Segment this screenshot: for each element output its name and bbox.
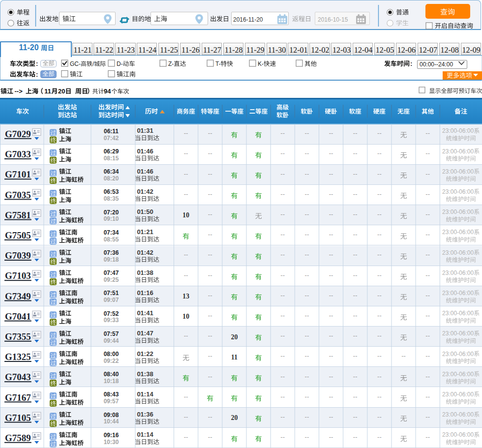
svg-text:--: -- <box>208 231 212 238</box>
svg-text:G7101: G7101 <box>5 169 31 179</box>
svg-text:11-28: 11-28 <box>225 46 243 54</box>
svg-text:Z-: Z- <box>168 60 174 67</box>
svg-text:--: -- <box>305 332 309 339</box>
svg-text:--: -- <box>329 251 333 258</box>
svg-text:01:42: 01:42 <box>137 249 153 256</box>
svg-text:07:34: 07:34 <box>104 229 119 236</box>
svg-text:--: -- <box>208 190 212 198</box>
svg-text:--: -- <box>305 352 309 359</box>
svg-text:--: -- <box>184 413 188 420</box>
svg-text:--: -- <box>425 231 430 238</box>
svg-text:12-03: 12-03 <box>332 46 351 54</box>
svg-text:--: -- <box>353 393 358 400</box>
svg-text:--: -- <box>305 231 309 238</box>
svg-text:--: -- <box>184 149 188 157</box>
svg-text:--: -- <box>329 129 333 137</box>
svg-text:--: -- <box>208 271 212 279</box>
svg-text:11-26: 11-26 <box>181 46 200 54</box>
svg-text:--: -- <box>184 433 188 441</box>
svg-text:G7029: G7029 <box>5 129 31 139</box>
svg-text:12-06: 12-06 <box>397 46 416 54</box>
svg-text:13: 13 <box>182 293 189 300</box>
svg-text:12-05: 12-05 <box>376 46 394 54</box>
svg-text:20: 20 <box>58 88 65 95</box>
svg-text:09:07: 09:07 <box>104 297 119 303</box>
svg-text::: : <box>36 71 38 78</box>
svg-text:--: -- <box>280 251 285 258</box>
svg-text:09:16: 09:16 <box>104 432 119 439</box>
svg-text:--: -- <box>425 170 430 178</box>
svg-text:--: -- <box>353 170 358 178</box>
svg-text:--: -- <box>377 190 382 198</box>
svg-text:12-04: 12-04 <box>354 46 372 54</box>
svg-text:08:15: 08:15 <box>104 155 119 162</box>
svg-text:--: -- <box>329 433 333 441</box>
svg-text:--: -- <box>184 332 188 339</box>
svg-text:--: -- <box>377 393 382 400</box>
svg-text:--: -- <box>305 251 309 258</box>
svg-text:10:30: 10:30 <box>104 439 119 446</box>
svg-text:--: -- <box>353 413 358 420</box>
svg-text:--: -- <box>208 433 212 441</box>
svg-text:--: -- <box>329 149 333 157</box>
svg-text:--: -- <box>208 312 212 319</box>
svg-text:--: -- <box>377 433 382 441</box>
svg-text:11-27: 11-27 <box>203 46 221 54</box>
svg-text:--: -- <box>280 292 285 299</box>
svg-text:11: 11 <box>231 354 238 361</box>
svg-text:--: -- <box>208 170 212 178</box>
svg-text:07:36: 07:36 <box>104 249 119 256</box>
svg-text:--: -- <box>329 292 333 299</box>
svg-text:11-25: 11-25 <box>160 46 178 54</box>
svg-text:23:00-06:00: 23:00-06:00 <box>442 310 474 317</box>
svg-text:01:41: 01:41 <box>137 309 153 317</box>
svg-text:09:25: 09:25 <box>104 276 119 283</box>
svg-text:09:10: 09:10 <box>104 215 119 222</box>
svg-text:--: -- <box>425 332 430 339</box>
svg-text:11-29: 11-29 <box>246 46 265 54</box>
svg-text:20: 20 <box>231 333 238 341</box>
svg-text:--: -- <box>353 292 358 299</box>
svg-text:--: -- <box>208 149 212 157</box>
svg-text:10:44: 10:44 <box>104 418 119 425</box>
svg-text:23:00-06:00: 23:00-06:00 <box>442 148 474 155</box>
svg-text:09:18: 09:18 <box>104 256 119 263</box>
svg-text:--: -- <box>305 190 309 198</box>
svg-text:--: -- <box>377 210 382 218</box>
svg-text:--: -- <box>305 129 309 137</box>
svg-text:--: -- <box>184 271 188 279</box>
svg-text:01:22: 01:22 <box>137 350 153 358</box>
svg-text:--: -- <box>425 251 430 258</box>
svg-text:07:20: 07:20 <box>104 209 119 216</box>
svg-text:23:00-06:00: 23:00-06:00 <box>442 330 474 337</box>
svg-text:23:00-06:00: 23:00-06:00 <box>442 188 474 195</box>
svg-text:--: -- <box>353 149 358 157</box>
svg-text::: : <box>410 60 412 67</box>
svg-text:20: 20 <box>231 414 238 421</box>
svg-text:--: -- <box>377 231 382 238</box>
svg-text:--: -- <box>425 190 430 198</box>
svg-text:--: -- <box>425 433 430 441</box>
svg-text:D-: D- <box>117 60 123 67</box>
svg-text:01:16: 01:16 <box>137 289 153 297</box>
svg-text:10:18: 10:18 <box>104 378 119 385</box>
svg-text:--: -- <box>184 129 188 137</box>
svg-text:--: -- <box>280 129 285 137</box>
svg-text:--: -- <box>401 352 406 359</box>
svg-text:G7035: G7035 <box>5 190 31 200</box>
svg-text:--: -- <box>280 393 285 400</box>
svg-text:--: -- <box>280 373 285 380</box>
svg-text:--: -- <box>329 312 333 319</box>
svg-text:--: -- <box>280 170 285 178</box>
svg-text:01:21: 01:21 <box>137 228 153 236</box>
svg-text:--: -- <box>377 332 382 339</box>
svg-text:07:51: 07:51 <box>104 290 119 297</box>
svg-text:--: -- <box>329 413 333 420</box>
svg-text:11-20: 11-20 <box>19 43 39 52</box>
svg-text:23:00-06:00: 23:00-06:00 <box>442 249 474 256</box>
svg-text:GC-: GC- <box>70 60 81 67</box>
svg-text:01:38: 01:38 <box>137 370 153 378</box>
svg-text:11: 11 <box>44 88 51 95</box>
svg-text:11-21: 11-21 <box>74 46 92 54</box>
svg-text:--: -- <box>208 373 212 380</box>
